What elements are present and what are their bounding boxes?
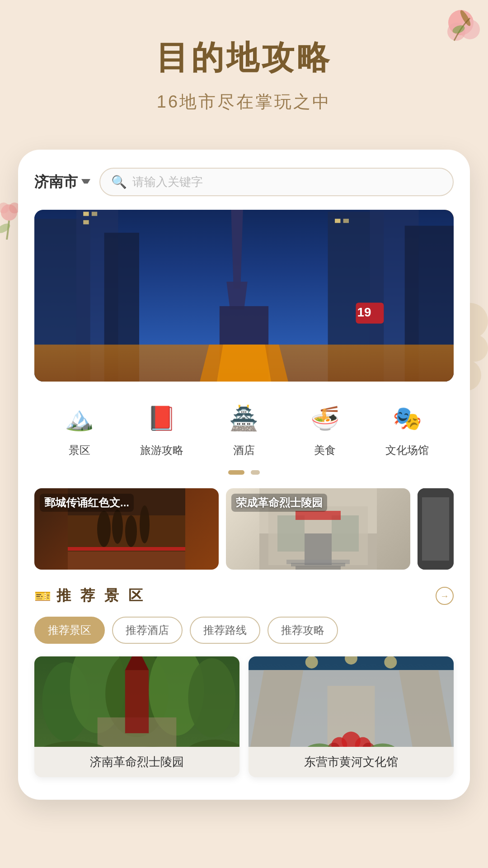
attraction-card-1[interactable]: 济南革命烈士陵园 <box>34 656 239 777</box>
scenic-icon: 🏔️ <box>59 398 100 439</box>
svg-rect-49 <box>291 563 345 566</box>
hotel-icon: 🏯 <box>224 398 264 439</box>
svg-rect-25 <box>83 212 89 216</box>
food-icon: 🍜 <box>305 398 345 439</box>
attraction-2-name: 东营市黄河文化馆 <box>249 747 454 777</box>
svg-rect-39 <box>68 552 185 570</box>
attraction-card-2[interactable]: 东营市黄河文化馆 <box>249 656 454 777</box>
svg-text:19: 19 <box>357 305 371 319</box>
section-header: 🎫 推 荐 景 区 → <box>34 586 454 606</box>
svg-point-79 <box>384 656 397 669</box>
featured-card-1[interactable]: 鄄城传诵红色文... <box>34 488 219 570</box>
search-icon: 🔍 <box>111 175 127 189</box>
more-button[interactable]: → <box>436 587 454 605</box>
svg-rect-47 <box>296 511 341 520</box>
svg-rect-50 <box>296 566 341 570</box>
section-title-wrap: 🎫 推 荐 景 区 <box>34 586 145 606</box>
svg-rect-60 <box>125 670 149 733</box>
svg-rect-28 <box>335 219 340 223</box>
attraction-img-2 <box>249 656 454 747</box>
svg-point-8 <box>0 222 12 235</box>
svg-rect-27 <box>83 220 89 224</box>
search-box[interactable]: 🔍 请输入关键字 <box>99 168 454 196</box>
dot-2[interactable] <box>251 470 260 475</box>
featured-card-3[interactable] <box>418 488 454 570</box>
dots-indicator <box>34 470 454 475</box>
city-name: 济南市 <box>34 172 78 192</box>
category-culture[interactable]: 🎭 文化场馆 <box>385 398 429 458</box>
phone-card: 济南市 🔍 请输入关键字 <box>18 150 470 800</box>
category-guide[interactable]: 📕 旅游攻略 <box>140 398 183 458</box>
city-selector[interactable]: 济南市 <box>34 172 90 192</box>
svg-point-36 <box>112 509 123 544</box>
category-culture-label: 文化场馆 <box>385 443 429 458</box>
svg-rect-29 <box>343 219 349 223</box>
category-guide-label: 旅游攻略 <box>140 443 183 458</box>
attraction-img-1 <box>34 656 239 747</box>
filter-tab-strategy[interactable]: 推荐攻略 <box>267 617 338 644</box>
search-placeholder: 请输入关键字 <box>132 174 203 190</box>
filter-tabs: 推荐景区 推荐酒店 推荐路线 推荐攻略 <box>34 617 454 644</box>
featured-img-3-icon <box>418 488 454 570</box>
sub-title: 16地市尽在掌玩之中 <box>0 90 488 113</box>
svg-rect-44 <box>277 515 305 552</box>
attraction-grid: 济南革命烈士陵园 <box>34 656 454 777</box>
svg-point-37 <box>125 515 137 547</box>
svg-point-77 <box>305 656 318 669</box>
filter-tab-route[interactable]: 推荐路线 <box>190 617 260 644</box>
category-hotel[interactable]: 🏯 酒店 <box>224 398 264 458</box>
arrow-circle-icon: → <box>436 587 454 605</box>
guide-icon: 📕 <box>141 398 182 439</box>
attraction-1-name: 济南革命烈士陵园 <box>34 747 239 777</box>
header-section: 目的地攻略 16地市尽在掌玩之中 <box>0 0 488 132</box>
svg-point-38 <box>140 505 150 543</box>
svg-rect-52 <box>422 497 449 561</box>
category-food-label: 美食 <box>314 443 336 458</box>
svg-marker-20 <box>226 282 247 310</box>
main-title: 目的地攻略 <box>0 36 488 80</box>
featured-card-2-label: 荣成革命烈士陵园 <box>231 494 327 512</box>
category-food[interactable]: 🍜 美食 <box>305 398 345 458</box>
category-scenic-label: 景区 <box>69 443 90 458</box>
section-icon: 🎫 <box>34 588 51 604</box>
svg-rect-45 <box>332 515 359 552</box>
category-hotel-label: 酒店 <box>233 443 255 458</box>
culture-icon: 🎭 <box>387 398 427 439</box>
filter-tab-hotel[interactable]: 推荐酒店 <box>112 617 183 644</box>
search-row: 济南市 🔍 请输入关键字 <box>34 168 454 196</box>
svg-point-58 <box>188 658 236 737</box>
featured-card-2[interactable]: 荣成革命烈士陵园 <box>226 488 410 570</box>
filter-tab-scenic[interactable]: 推荐景区 <box>34 617 105 644</box>
dot-1[interactable] <box>228 470 244 475</box>
chevron-down-icon <box>81 179 90 185</box>
svg-rect-40 <box>68 547 185 551</box>
category-scenic[interactable]: 🏔️ 景区 <box>59 398 100 458</box>
hero-cityscape-icon: 19 <box>34 210 454 382</box>
category-row: 🏔️ 景区 📕 旅游攻略 🏯 酒店 🍜 美食 🎭 文化场馆 <box>34 398 454 458</box>
svg-point-35 <box>97 511 111 547</box>
svg-rect-26 <box>92 212 97 216</box>
featured-card-1-label: 鄄城传诵红色文... <box>40 494 134 512</box>
section-title: 推 荐 景 区 <box>56 586 145 606</box>
hero-banner[interactable]: 19 <box>34 210 454 382</box>
featured-row: 鄄城传诵红色文... 荣成革命烈士陵园 <box>34 488 454 570</box>
